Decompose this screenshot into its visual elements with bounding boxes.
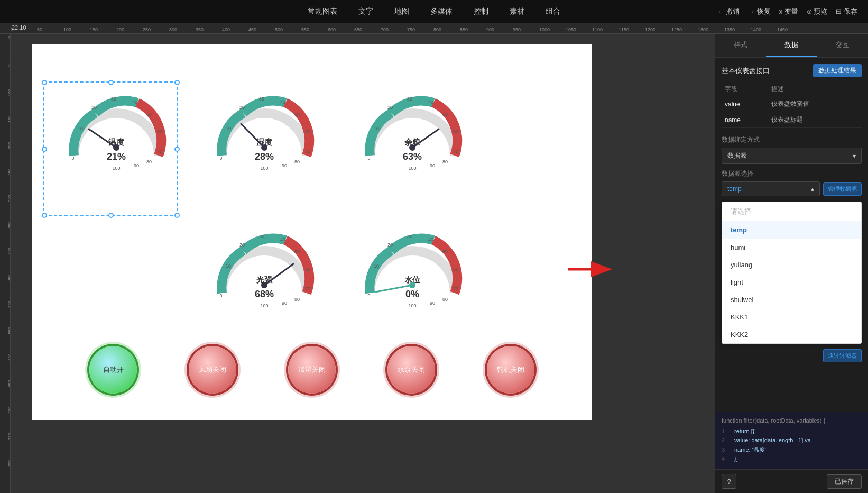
save-button[interactable]: ⊟ 保存 bbox=[836, 7, 857, 16]
svg-text:20: 20 bbox=[91, 105, 97, 110]
gauge-water: 水位 0% 0 10 20 30 40 50 60 70 80 90 100 bbox=[338, 193, 486, 330]
svg-text:30: 30 bbox=[259, 96, 264, 102]
tab-style[interactable]: 样式 bbox=[715, 34, 766, 57]
nav-item-group[interactable]: 组合 bbox=[546, 7, 560, 16]
nav-item-map[interactable]: 地图 bbox=[394, 7, 409, 16]
dropdown-item-shuiwei[interactable]: shuiwei bbox=[722, 291, 861, 308]
top-navigation: 常规图表 文字 地图 多媒体 控制 素材 组合 ← 撤销 → 恢复 x 变量 ⊙… bbox=[0, 0, 868, 23]
svg-text:40: 40 bbox=[428, 99, 433, 105]
nav-item-control[interactable]: 控制 bbox=[474, 7, 488, 16]
svg-text:40: 40 bbox=[132, 99, 137, 105]
canvas-area[interactable]: 温度 21% 0 10 20 30 40 50 60 70 80 90 100 bbox=[11, 34, 715, 493]
svg-text:90: 90 bbox=[430, 163, 435, 168]
datasource-label: 数据源选择 bbox=[722, 169, 862, 178]
svg-text:0: 0 bbox=[367, 293, 370, 298]
button-dryer-off[interactable]: 乾机关闭 bbox=[487, 346, 534, 394]
dropdown-item-humi[interactable]: humi bbox=[722, 239, 861, 256]
bind-method-select[interactable]: 数据源 ▾ bbox=[722, 148, 862, 164]
gauges-container: 温度 21% 0 10 20 30 40 50 60 70 80 90 100 bbox=[42, 55, 486, 330]
svg-text:0: 0 bbox=[367, 156, 370, 161]
svg-text:40: 40 bbox=[428, 237, 433, 242]
svg-text:50: 50 bbox=[294, 249, 300, 254]
svg-text:20: 20 bbox=[239, 242, 245, 248]
svg-text:0: 0 bbox=[219, 293, 222, 298]
dropdown-item-placeholder[interactable]: 请选择 bbox=[722, 202, 861, 221]
svg-text:30: 30 bbox=[259, 234, 264, 239]
tab-interaction[interactable]: 交互 bbox=[817, 34, 868, 57]
svg-text:60: 60 bbox=[453, 267, 458, 272]
svg-text:80: 80 bbox=[294, 297, 300, 302]
nav-item-charts[interactable]: 常规图表 bbox=[308, 7, 337, 16]
svg-text:0%: 0% bbox=[405, 289, 419, 299]
svg-point-29 bbox=[261, 144, 267, 151]
dropdown-item-kkk1[interactable]: KKK1 bbox=[722, 308, 861, 326]
svg-text:30: 30 bbox=[111, 96, 116, 102]
gauge-light: 光强 68% 0 10 20 30 40 50 60 70 80 90 100 bbox=[190, 193, 338, 330]
manage-datasource-button[interactable]: 管理数据源 bbox=[823, 182, 862, 196]
filter-button[interactable]: 通过过滤器 bbox=[823, 349, 862, 362]
redo-button[interactable]: → 恢复 bbox=[748, 7, 771, 16]
button-auto-on[interactable]: 自动开 bbox=[89, 346, 137, 394]
field-table: 字段 描述 value 仪表盘数蜜值 name 仪表盘标题 bbox=[722, 83, 862, 128]
bind-label: 数据绑定方式 bbox=[722, 135, 862, 144]
svg-text:70: 70 bbox=[453, 286, 458, 291]
right-panel: 样式 数据 交互 基本仪表盘接口 数据处理结果 字段 描述 bbox=[715, 34, 868, 493]
svg-text:20: 20 bbox=[387, 242, 393, 248]
process-result-button[interactable]: 数据处理结果 bbox=[813, 64, 862, 77]
canvas-white: 温度 21% 0 10 20 30 40 50 60 70 80 90 100 bbox=[32, 44, 592, 420]
button-humid-off[interactable]: 加湿关闭 bbox=[288, 346, 336, 394]
svg-text:80: 80 bbox=[146, 159, 152, 165]
svg-text:10: 10 bbox=[374, 263, 379, 269]
svg-text:70: 70 bbox=[453, 149, 458, 154]
nav-item-text[interactable]: 文字 bbox=[358, 7, 373, 16]
help-button[interactable]: ? bbox=[722, 474, 736, 489]
nav-item-media[interactable]: 多媒体 bbox=[430, 7, 453, 16]
svg-text:100: 100 bbox=[408, 166, 416, 171]
svg-text:60: 60 bbox=[453, 129, 458, 134]
svg-text:10: 10 bbox=[374, 126, 379, 131]
transform-button[interactable]: x 变量 bbox=[779, 7, 798, 16]
svg-text:30: 30 bbox=[407, 96, 412, 102]
datasource-select[interactable]: temp ▴ bbox=[722, 181, 820, 196]
dropdown-item-temp[interactable]: temp bbox=[722, 221, 861, 239]
col-header-desc: 描述 bbox=[768, 83, 862, 96]
svg-text:10: 10 bbox=[226, 126, 231, 131]
svg-text:28%: 28% bbox=[255, 151, 274, 162]
svg-text:90: 90 bbox=[430, 300, 435, 306]
coord-display: 22,10 bbox=[12, 24, 26, 31]
svg-text:60: 60 bbox=[157, 129, 162, 134]
dropdown-item-yuliang[interactable]: yuliang bbox=[722, 256, 861, 273]
svg-text:30: 30 bbox=[407, 234, 412, 239]
gauge-temperature: 温度 21% 0 10 20 30 40 50 60 70 80 90 100 bbox=[42, 55, 190, 193]
svg-text:20: 20 bbox=[387, 105, 393, 110]
svg-text:80: 80 bbox=[442, 159, 448, 165]
svg-text:70: 70 bbox=[305, 286, 310, 291]
dropdown-item-kkk2[interactable]: KKK2 bbox=[722, 326, 861, 343]
svg-text:20: 20 bbox=[239, 105, 245, 110]
svg-point-44 bbox=[409, 144, 415, 151]
vertical-ruler: 0501001502002503003504004505005506006507… bbox=[0, 34, 11, 493]
button-fan-off[interactable]: 风扇关闭 bbox=[189, 346, 236, 394]
undo-button[interactable]: ← 撤销 bbox=[717, 7, 740, 16]
svg-text:90: 90 bbox=[282, 300, 287, 306]
svg-text:50: 50 bbox=[294, 112, 300, 117]
datasource-dropdown-menu: 请选择 temp humi yuliang light shuiwei KKK1… bbox=[722, 202, 862, 344]
svg-point-74 bbox=[409, 282, 415, 288]
svg-text:10: 10 bbox=[226, 263, 231, 269]
svg-text:21%: 21% bbox=[107, 151, 126, 162]
gauge-grain: 余粮 63% 0 10 20 30 40 50 60 70 80 90 100 bbox=[338, 55, 486, 193]
preview-button[interactable]: ⊙ 预览 bbox=[807, 7, 828, 16]
svg-text:40: 40 bbox=[280, 237, 285, 242]
svg-text:100: 100 bbox=[408, 303, 416, 308]
buttons-row: 自动开 风扇关闭 加湿关闭 水泵关闭 乾机关闭 bbox=[63, 346, 560, 394]
svg-text:60: 60 bbox=[305, 129, 310, 134]
button-pump-off[interactable]: 水泵关闭 bbox=[387, 346, 435, 394]
nav-item-assets[interactable]: 素材 bbox=[510, 7, 524, 16]
svg-text:80: 80 bbox=[442, 297, 448, 302]
table-row: value 仪表盘数蜜值 bbox=[722, 96, 862, 112]
svg-text:100: 100 bbox=[112, 166, 120, 171]
section-title: 基本仪表盘接口 bbox=[722, 66, 770, 76]
dropdown-item-light[interactable]: light bbox=[722, 273, 861, 291]
tab-data[interactable]: 数据 bbox=[766, 34, 817, 57]
panel-save-button[interactable]: 已保存 bbox=[827, 474, 862, 489]
